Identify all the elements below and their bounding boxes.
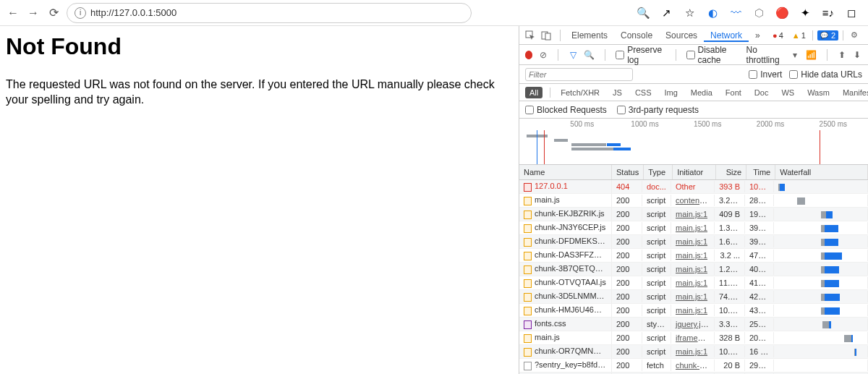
filter-input[interactable] xyxy=(525,68,633,81)
request-row[interactable]: chunk-EKJBZRIK.js200scriptmain.js:1409 B… xyxy=(519,208,868,221)
request-row[interactable]: chunk-OR7QMNM7.js200scriptmain.js:110.9 … xyxy=(519,345,868,359)
timeline-overview[interactable]: 500 ms1000 ms1500 ms2000 ms2500 ms xyxy=(519,119,868,165)
share-icon[interactable]: ↗ xyxy=(660,7,673,20)
initiator-link[interactable]: main.js:1 xyxy=(676,237,707,246)
address-bar[interactable]: i http://127.0.0.1:5000 xyxy=(67,3,472,23)
clear-button[interactable]: ⊘ xyxy=(538,49,548,61)
initiator-link[interactable]: content-w... xyxy=(676,196,715,205)
preserve-log-checkbox[interactable]: Preserve log xyxy=(616,45,665,65)
search-icon[interactable]: 🔍 xyxy=(584,49,595,61)
extension-4-icon[interactable]: 🔴 xyxy=(775,7,788,20)
initiator-link[interactable]: main.js:1 xyxy=(676,306,707,315)
invert-checkbox[interactable]: Invert xyxy=(749,69,782,80)
reload-button[interactable]: ⟳ xyxy=(46,6,61,20)
request-row[interactable]: ?sentry_key=b8fdd4...200fetchchunk-DA...… xyxy=(519,359,868,373)
messages-badge[interactable]: 2 xyxy=(817,30,838,41)
column-status[interactable]: Status xyxy=(612,165,644,179)
request-row[interactable]: fonts.css200style...jquery.js:6...3.3 kB… xyxy=(519,318,868,331)
tab-elements[interactable]: Elements xyxy=(565,30,614,41)
extension-3-icon[interactable]: ⬡ xyxy=(752,7,765,20)
forward-button[interactable]: → xyxy=(26,6,41,20)
filter-manifest[interactable]: Manifest xyxy=(840,87,868,98)
filter-css[interactable]: CSS xyxy=(632,87,655,98)
request-row[interactable]: chunk-HMJ6U46X.js200scriptmain.js:110.9 … xyxy=(519,304,868,318)
initiator-link[interactable]: jquery.js:6... xyxy=(676,320,715,328)
inspect-icon[interactable] xyxy=(524,29,537,42)
table-header: Name Status Type Initiator Size Time Wat… xyxy=(519,165,868,180)
column-time[interactable]: Time xyxy=(746,165,775,179)
initiator-link[interactable]: chunk-DA... xyxy=(676,361,715,370)
throttling-dropdown-icon[interactable]: ▾ xyxy=(791,49,800,61)
request-row[interactable]: chunk-JN3Y6CEP.js200scriptmain.js:11.3 k… xyxy=(519,221,868,235)
filter-toggle-icon[interactable]: ▽ xyxy=(569,49,578,61)
request-row[interactable]: chunk-3D5LNMMB.js200scriptmain.js:174.4 … xyxy=(519,290,868,304)
blocked-requests-checkbox[interactable]: Blocked Requests xyxy=(525,105,607,115)
extensions-menu-icon[interactable]: ✦ xyxy=(799,7,812,20)
file-icon xyxy=(524,293,532,302)
warning-count-badge[interactable]: 1 xyxy=(790,30,808,41)
initiator-link[interactable]: main.js:1 xyxy=(676,292,707,301)
column-waterfall[interactable]: Waterfall xyxy=(775,165,868,179)
back-button[interactable]: ← xyxy=(6,6,20,20)
export-har-icon[interactable]: ⬇ xyxy=(853,49,862,61)
request-row[interactable]: main.js200scriptiframes-w...328 B201 ... xyxy=(519,331,868,345)
network-conditions-icon[interactable]: 📶 xyxy=(806,49,817,61)
column-size[interactable]: Size xyxy=(716,165,746,179)
tab-console[interactable]: Console xyxy=(614,30,659,41)
request-row[interactable]: main.js200scriptcontent-w...3.2 kB289 ..… xyxy=(519,194,868,208)
extension-icons: 🔍 ↗ ☆ ◐ 〰 ⬡ 🔴 ✦ ≡♪ ◻ xyxy=(637,7,862,20)
filter-ws[interactable]: WS xyxy=(778,87,797,98)
browser-toolbar: ← → ⟳ i http://127.0.0.1:5000 🔍 ↗ ☆ ◐ 〰 … xyxy=(0,0,868,26)
settings-icon[interactable]: ⚙ xyxy=(848,29,861,42)
initiator-link[interactable]: iframes-w... xyxy=(676,333,715,342)
error-count-badge[interactable]: 4 xyxy=(770,30,786,41)
filter-fetchxhr[interactable]: Fetch/XHR xyxy=(558,87,603,98)
url-text: http://127.0.0.1:5000 xyxy=(90,7,176,18)
account-icon[interactable]: ◻ xyxy=(845,7,858,20)
filter-wasm[interactable]: Wasm xyxy=(804,87,833,98)
file-icon xyxy=(524,197,532,205)
bookmark-icon[interactable]: ☆ xyxy=(683,7,696,20)
hide-data-urls-checkbox[interactable]: Hide data URLs xyxy=(789,69,862,80)
request-row[interactable]: 127.0.0.1404doc...Other393 B101 ... xyxy=(519,180,868,194)
record-button[interactable] xyxy=(525,51,532,59)
import-har-icon[interactable]: ⬆ xyxy=(838,49,847,61)
filter-bar: Invert Hide data URLs xyxy=(519,65,868,84)
timeline-tick: 500 ms xyxy=(570,120,594,128)
extension-2-icon[interactable]: 〰 xyxy=(729,7,742,20)
third-party-checkbox[interactable]: 3rd-party requests xyxy=(617,105,699,115)
request-row[interactable]: chunk-3B7QETQQ.js200scriptmain.js:11.2 k… xyxy=(519,263,868,276)
tab-sources[interactable]: Sources xyxy=(659,30,704,41)
file-icon xyxy=(524,224,532,233)
filter-doc[interactable]: Doc xyxy=(752,87,772,98)
reading-list-icon[interactable]: ≡♪ xyxy=(822,7,835,20)
filter-img[interactable]: Img xyxy=(662,87,681,98)
request-row[interactable]: chunk-OTVQTAAI.js200scriptmain.js:111.8 … xyxy=(519,276,868,290)
initiator-link[interactable]: main.js:1 xyxy=(676,210,707,218)
site-info-icon[interactable]: i xyxy=(75,7,86,19)
file-icon xyxy=(524,183,532,192)
filter-js[interactable]: JS xyxy=(610,87,625,98)
filter-media[interactable]: Media xyxy=(688,87,715,98)
request-row[interactable]: chunk-DAS3FFZO.js200scriptmain.js:13.2 .… xyxy=(519,249,868,263)
extension-1-icon[interactable]: ◐ xyxy=(706,7,719,20)
filter-font[interactable]: Font xyxy=(723,87,744,98)
device-toggle-icon[interactable] xyxy=(540,29,553,42)
column-initiator[interactable]: Initiator xyxy=(673,165,716,179)
svg-rect-2 xyxy=(545,33,550,40)
zoom-icon[interactable]: 🔍 xyxy=(637,7,650,20)
initiator-link[interactable]: main.js:1 xyxy=(676,279,707,287)
tab-network[interactable]: Network xyxy=(704,30,749,42)
column-name[interactable]: Name xyxy=(519,165,612,179)
initiator-link[interactable]: main.js:1 xyxy=(676,347,707,356)
throttling-select[interactable]: No throttling xyxy=(746,45,785,65)
request-row[interactable]: chunk-DFDMEKSX.js200scriptmain.js:11.6 k… xyxy=(519,235,868,249)
initiator-link[interactable]: main.js:1 xyxy=(676,265,707,273)
initiator-link[interactable]: main.js:1 xyxy=(676,251,707,260)
initiator-link[interactable]: main.js:1 xyxy=(676,224,707,232)
filter-all[interactable]: All xyxy=(525,87,542,98)
disable-cache-checkbox[interactable]: Disable cache xyxy=(686,45,741,65)
tabs-overflow-icon[interactable]: » xyxy=(749,26,767,45)
column-type[interactable]: Type xyxy=(644,165,673,179)
file-icon xyxy=(524,320,532,329)
